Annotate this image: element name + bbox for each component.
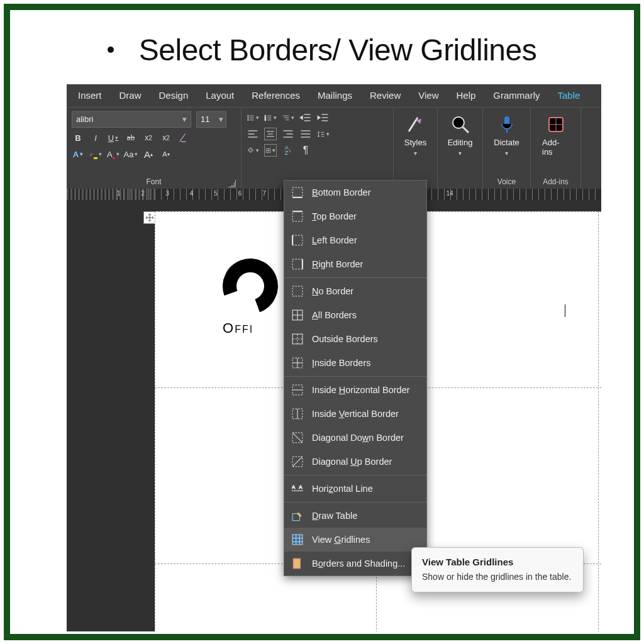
- grow-font-button[interactable]: A▴: [142, 148, 155, 160]
- table-move-handle[interactable]: [143, 211, 156, 224]
- dictate-label: Dictate: [494, 138, 519, 147]
- multilevel-list-button[interactable]: ▾: [282, 111, 294, 124]
- tab-grammarly[interactable]: Grammarly: [484, 84, 548, 107]
- change-case-button[interactable]: Aa▾: [125, 148, 137, 160]
- svg-line-71: [292, 457, 303, 467]
- tooltip-view-gridlines: View Table Gridlines Show or hide the gr…: [411, 547, 584, 592]
- menu-inside-borders[interactable]: Inside Borders: [284, 351, 426, 375]
- word-window: Insert Draw Design Layout References Mai…: [67, 84, 601, 631]
- text-cursor: [565, 304, 565, 317]
- editing-button[interactable]: Editing ▾: [443, 111, 477, 159]
- group-font: alibri 11 B I U▾ ab x2 x2: [67, 108, 242, 189]
- font-size-value: 11: [201, 114, 209, 124]
- slide-heading: Select Borders/ View Gridlines: [10, 30, 634, 67]
- svg-rect-48: [292, 211, 303, 221]
- menu-outside-borders[interactable]: Outside Borders: [284, 327, 426, 351]
- line-spacing-button[interactable]: ▾: [317, 128, 330, 140]
- numbering-button[interactable]: 123▾: [264, 111, 277, 124]
- logo-placeholder: OFFI: [223, 258, 278, 336]
- bullet-icon: [108, 47, 114, 53]
- svg-text:3: 3: [265, 118, 267, 121]
- menu-inside-horizontal-border[interactable]: Inside Horizontal Border: [284, 378, 426, 402]
- shrink-font-button[interactable]: A▾: [160, 148, 172, 160]
- styles-button[interactable]: Styles ▾: [399, 111, 432, 159]
- tooltip-title: View Table Gridlines: [422, 557, 573, 567]
- tab-references[interactable]: References: [243, 84, 309, 107]
- tab-design[interactable]: Design: [150, 84, 197, 107]
- svg-point-0: [248, 115, 249, 116]
- sort-button[interactable]: AZ↓: [282, 144, 294, 157]
- svg-line-69: [292, 433, 303, 443]
- menu-top-border[interactable]: Top Border: [284, 204, 426, 228]
- font-name-value: alibri: [76, 114, 93, 124]
- tab-layout[interactable]: Layout: [197, 84, 243, 107]
- slide-frame: Select Borders/ View Gridlines Insert Dr…: [4, 4, 640, 640]
- menu-diagonal-up-border[interactable]: Diagonal Up Border: [284, 450, 426, 474]
- svg-rect-81: [293, 558, 300, 569]
- svg-rect-58: [292, 334, 303, 344]
- font-name-select[interactable]: alibri: [72, 111, 191, 128]
- bullets-button[interactable]: ▾: [247, 111, 259, 124]
- group-font-label: Font: [72, 176, 236, 187]
- tab-view[interactable]: View: [409, 84, 447, 107]
- menu-borders-and-shading[interactable]: Borders and Shading...: [284, 552, 426, 575]
- group-editing: Editing ▾: [438, 108, 483, 189]
- tab-help[interactable]: Help: [447, 84, 484, 107]
- group-voice-label: Voice: [488, 176, 525, 187]
- menu-inside-vertical-border[interactable]: Inside Vertical Border: [284, 402, 426, 426]
- editing-label: Editing: [448, 138, 473, 147]
- ribbon: alibri 11 B I U▾ ab x2 x2: [67, 107, 601, 189]
- menu-horizontal-line[interactable]: AAHorizontal Line: [284, 477, 426, 501]
- underline-button[interactable]: U▾: [107, 131, 119, 144]
- text-effects-button[interactable]: A▾: [72, 148, 84, 160]
- tab-draw[interactable]: Draw: [111, 84, 150, 107]
- svg-rect-50: [292, 235, 303, 245]
- superscript-button[interactable]: x2: [160, 131, 172, 144]
- borders-dropdown-menu: Bottom Border Top Border Left Border Rig…: [284, 180, 427, 576]
- align-left-button[interactable]: [247, 128, 259, 140]
- strikethrough-button[interactable]: ab: [125, 131, 137, 144]
- svg-rect-76: [292, 535, 303, 545]
- font-color-button[interactable]: A▾: [107, 148, 119, 160]
- logo-ring-icon: [214, 250, 287, 323]
- tab-insert[interactable]: Insert: [69, 84, 111, 107]
- menu-no-border[interactable]: No Border: [284, 279, 426, 303]
- align-right-button[interactable]: [282, 128, 294, 140]
- justify-button[interactable]: [299, 128, 312, 140]
- menu-view-gridlines[interactable]: View Gridlines: [284, 528, 426, 552]
- italic-button[interactable]: I: [89, 131, 102, 144]
- tooltip-body: Show or hide the gridlines in the table.: [422, 571, 573, 583]
- group-addins-label: Add-ins: [536, 176, 575, 187]
- tab-table-design[interactable]: Table: [549, 84, 589, 107]
- tab-review[interactable]: Review: [361, 84, 409, 107]
- tab-mailings[interactable]: Mailings: [309, 84, 361, 107]
- font-size-select[interactable]: 11: [196, 111, 226, 128]
- show-marks-button[interactable]: ¶: [299, 144, 312, 157]
- font-dialog-launcher[interactable]: [228, 180, 236, 187]
- svg-text:A: A: [292, 484, 296, 490]
- svg-point-4: [248, 119, 249, 120]
- increase-indent-button[interactable]: [317, 111, 330, 124]
- svg-rect-52: [292, 259, 303, 269]
- bold-button[interactable]: B: [72, 131, 84, 144]
- highlight-button[interactable]: ▾: [89, 148, 102, 160]
- align-center-button[interactable]: [264, 128, 277, 140]
- ribbon-tabs: Insert Draw Design Layout References Mai…: [67, 84, 601, 107]
- shading-button[interactable]: ▾: [247, 144, 259, 157]
- group-paragraph: ▾ 123▾ ▾ ▾ ▾ ▾: [242, 108, 394, 189]
- dictate-button[interactable]: Dictate ▾: [488, 111, 525, 159]
- menu-all-borders[interactable]: All Borders: [284, 303, 426, 327]
- menu-left-border[interactable]: Left Border: [284, 228, 426, 252]
- menu-diagonal-down-border[interactable]: Diagonal Down Border: [284, 426, 426, 450]
- addins-button[interactable]: Add-ins: [536, 111, 575, 159]
- clear-formatting-button[interactable]: [177, 131, 190, 144]
- group-addins: Add-ins Add-ins: [531, 108, 581, 189]
- menu-right-border[interactable]: Right Border: [284, 252, 426, 276]
- svg-rect-54: [292, 286, 303, 296]
- subscript-button[interactable]: x2: [142, 131, 155, 144]
- menu-draw-table[interactable]: Draw Table: [284, 504, 426, 528]
- menu-bottom-border[interactable]: Bottom Border: [284, 180, 426, 204]
- borders-split-button[interactable]: ▾: [264, 144, 277, 157]
- group-styles: Styles ▾: [394, 108, 438, 189]
- decrease-indent-button[interactable]: [299, 111, 312, 124]
